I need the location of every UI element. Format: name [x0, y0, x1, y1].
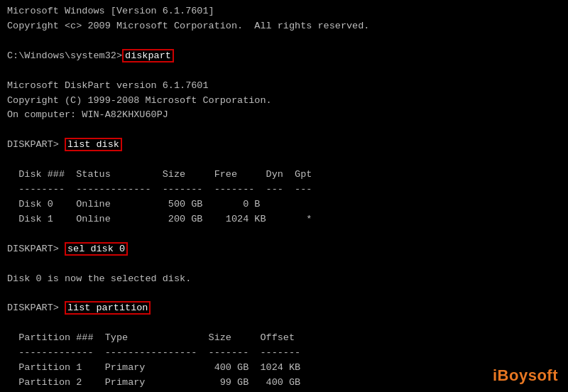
- line-13: -------- ------------- ------- ------- -…: [7, 183, 561, 197]
- line-10: DISKPART> list disk: [7, 138, 561, 153]
- line-1: Microsoft Windows [Version 6.1.7601]: [7, 4, 561, 19]
- cmd-sel-disk-0: sel disk 0: [65, 242, 128, 256]
- line-19: Disk 0 is now the selected disk.: [7, 272, 561, 287]
- line-20: [7, 287, 561, 302]
- cmd-diskpart: diskpart: [122, 49, 174, 62]
- line-22: [7, 316, 561, 331]
- line-8: On computer: WIN-A82KHXU60PJ: [7, 108, 561, 123]
- line-24: ------------- ---------------- ------- -…: [7, 346, 561, 361]
- line-16: [7, 227, 561, 242]
- line-12: Disk ### Status Size Free Dyn Gpt: [7, 168, 561, 183]
- watermark-boysoft: Boysoft: [498, 366, 558, 384]
- line-7: Copyright (C) 1999-2008 Microsoft Corpor…: [7, 94, 561, 109]
- line-4: C:\Windows\system32>diskpart: [7, 49, 561, 64]
- cmd-list-partition: list partition: [65, 301, 151, 315]
- line-25: Partition 1 Primary 400 GB 1024 KB: [7, 361, 561, 376]
- line-2: Copyright <c> 2009 Microsoft Corporation…: [7, 19, 561, 34]
- prompt-diskpart-2: DISKPART>: [7, 244, 65, 254]
- cmd-list-disk: list disk: [65, 138, 122, 151]
- line-5: [7, 64, 561, 79]
- line-6: Microsoft DiskPart version 6.1.7601: [7, 79, 561, 94]
- prompt-diskpart-1: DISKPART>: [7, 139, 65, 150]
- prompt-diskpart-3: DISKPART>: [7, 303, 65, 313]
- line-3: [7, 34, 561, 49]
- line-17: DISKPART> sel disk 0: [7, 242, 561, 257]
- line-9: [7, 123, 561, 138]
- watermark-i: i: [493, 366, 498, 384]
- line-15: Disk 1 Online 200 GB 1024 KB *: [7, 212, 561, 227]
- terminal-window: Microsoft Windows [Version 6.1.7601] Cop…: [0, 0, 568, 392]
- line-11: [7, 153, 561, 168]
- line-21: DISKPART> list partition: [7, 301, 561, 316]
- prompt-c: C:\Windows\system32>: [7, 50, 122, 61]
- line-23: Partition ### Type Size Offset: [7, 331, 561, 346]
- line-18: [7, 257, 561, 272]
- watermark: iBoysoft: [493, 366, 558, 385]
- line-14: Disk 0 Online 500 GB 0 B: [7, 197, 561, 212]
- line-26: Partition 2 Primary 99 GB 400 GB: [7, 376, 561, 391]
